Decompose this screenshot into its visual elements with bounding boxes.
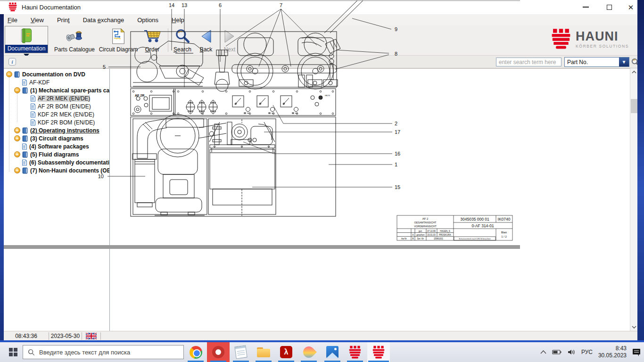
status-date: 2023-05-30 [49, 332, 82, 340]
titleblock-code: IK0740 [498, 217, 511, 222]
titleblock-note: Schutzvermerk nach DIN 34 beachten [459, 238, 491, 240]
maximize-button[interactable] [600, 0, 619, 14]
hauni-app-taskbar-icon-active[interactable] [367, 342, 390, 362]
callout-6: 6 [219, 2, 222, 8]
status-time: 08:43:36 [4, 332, 49, 340]
titleblock-view2: VORDERANSICHT [414, 225, 437, 228]
callout-9: 9 [395, 26, 397, 32]
start-button[interactable] [5, 342, 22, 362]
titleblock-drawing-no: 0-AF 314-01 [471, 223, 494, 228]
tb-r3c3: 15981001 [434, 238, 444, 240]
callout-2: 2 [395, 121, 397, 126]
callout-10: 10 [98, 173, 104, 179]
battery-icon[interactable] [552, 349, 562, 355]
tray-chevron-icon[interactable] [540, 350, 546, 354]
speaker-icon[interactable] [568, 349, 576, 355]
tb-r2c1: gesehen [416, 234, 425, 236]
tray-clock[interactable]: 8:43 30.05.2023 [598, 345, 627, 359]
close-icon: ✕ [628, 4, 634, 11]
hauni-logo-icon [551, 28, 571, 50]
minimize-icon [583, 7, 589, 8]
callout-7: 7 [280, 2, 282, 8]
callout-5: 5 [103, 64, 106, 70]
technical-drawing: 14 13 6 7 9 8 2 17 16 1 15 5 10 AF 2R HA… [0, 0, 520, 263]
brand-subtitle: KÖRBER SOLUTIONS [576, 44, 629, 49]
system-tray: РУС 8:43 30.05.2023 [540, 342, 641, 362]
window-border-left [0, 14, 4, 342]
notepad-icon[interactable] [230, 342, 252, 362]
callout-15: 15 [395, 184, 400, 190]
callout-17: 17 [395, 129, 400, 135]
search-filter-dropdown[interactable]: Part No. ▼ [564, 57, 629, 67]
titleblock-view1: GESAMTANSICHT [414, 221, 437, 224]
language-indicator[interactable]: РУС [581, 349, 593, 355]
titleblock-model: AF 2 [422, 217, 429, 220]
screen: Hauni Documentation ✕ File View Print Da… [0, 0, 644, 362]
taskbar-search[interactable]: Введите здесь текст для поиска [23, 345, 184, 359]
scrollbar-thumb[interactable] [631, 99, 637, 113]
tb-r1c3: HAGEN_S [440, 230, 450, 232]
search-filter-value: Part No. [565, 59, 619, 66]
acrobat-icon[interactable]: λ [275, 342, 297, 362]
tb-r1c2: 07.10.99 [427, 230, 436, 232]
scroll-up-icon[interactable] [630, 68, 638, 76]
hauni-brand: HAUNI KÖRBER SOLUTIONS [551, 28, 629, 50]
notification-icon[interactable] [632, 348, 641, 356]
tb-r3c2: Ser.-Nr [417, 238, 424, 240]
taskbar-search-placeholder: Введите здесь текст для поиска [39, 349, 130, 356]
taskbar: Введите здесь текст для поиска λ [0, 342, 644, 362]
opera-icon[interactable] [207, 342, 230, 362]
window-border-right [637, 0, 644, 342]
status-bar: 08:43:36 2023-05-30 [4, 331, 637, 340]
brand-name: HAUNI [576, 30, 629, 43]
panel-brand-label: HAUNI [325, 95, 330, 97]
windows-logo-icon [9, 348, 17, 356]
language-flag-icon[interactable] [82, 332, 101, 340]
tb-r2c0: A [412, 234, 413, 236]
tb-r2c2: 15.01.03 [427, 234, 436, 236]
chevron-down-icon: ▼ [619, 58, 629, 66]
maximize-icon [607, 5, 612, 10]
callout-8: 8 [395, 51, 397, 57]
tray-date: 30.05.2023 [598, 352, 627, 359]
callout-1: 1 [395, 162, 397, 167]
search-icon [28, 349, 35, 356]
minimize-button[interactable] [576, 0, 595, 14]
titleblock-sheet-no: 1 / 2 [501, 235, 507, 238]
hauni-app-taskbar-icon[interactable] [344, 342, 366, 362]
droplet-app-icon[interactable] [297, 342, 320, 362]
callout-14: 14 [169, 2, 174, 8]
titleblock-part-no: 3045035 000 01 [460, 217, 489, 222]
panel-model-label: AF 2R [135, 94, 144, 97]
titleblock-sheet-label: Blatt [501, 231, 507, 234]
tb-r1c1: gez. [419, 230, 423, 232]
tb-r3c0: Aa-Nr [401, 238, 407, 240]
tb-r3c1: B [412, 238, 413, 240]
tray-time: 8:43 [598, 345, 627, 352]
callout-16: 16 [395, 151, 400, 156]
scroll-down-icon[interactable] [630, 323, 638, 331]
tb-r2c3: PROSKURA [439, 234, 451, 236]
file-explorer-icon[interactable] [252, 342, 275, 362]
photos-icon[interactable] [321, 342, 344, 362]
document-scrollbar[interactable] [630, 68, 637, 331]
callout-13: 13 [182, 2, 187, 8]
chrome-icon[interactable] [184, 342, 207, 362]
